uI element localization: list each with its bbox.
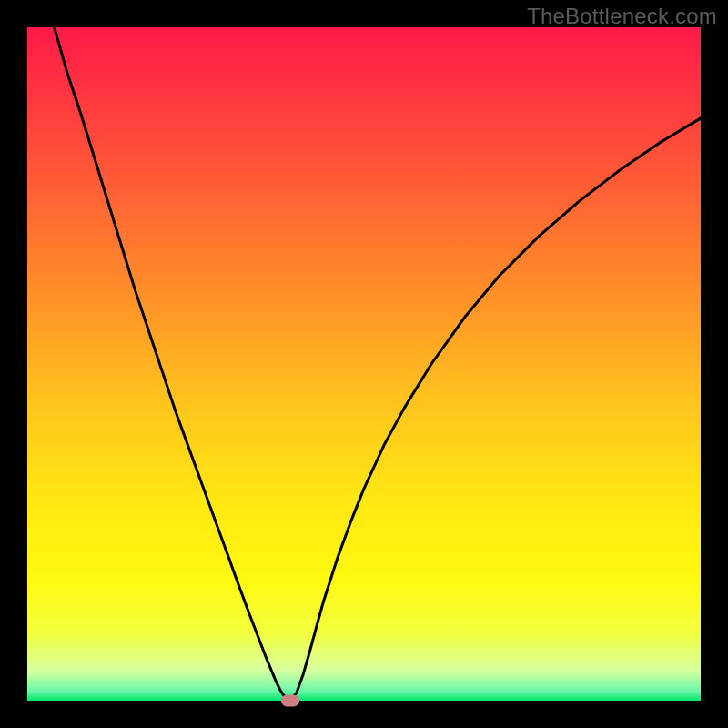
chart-stage: TheBottleneck.com (0, 0, 728, 728)
optimal-point-marker (281, 695, 299, 707)
attribution-label: TheBottleneck.com (527, 4, 717, 29)
gradient-background (27, 27, 701, 701)
bottleneck-chart (0, 0, 728, 728)
